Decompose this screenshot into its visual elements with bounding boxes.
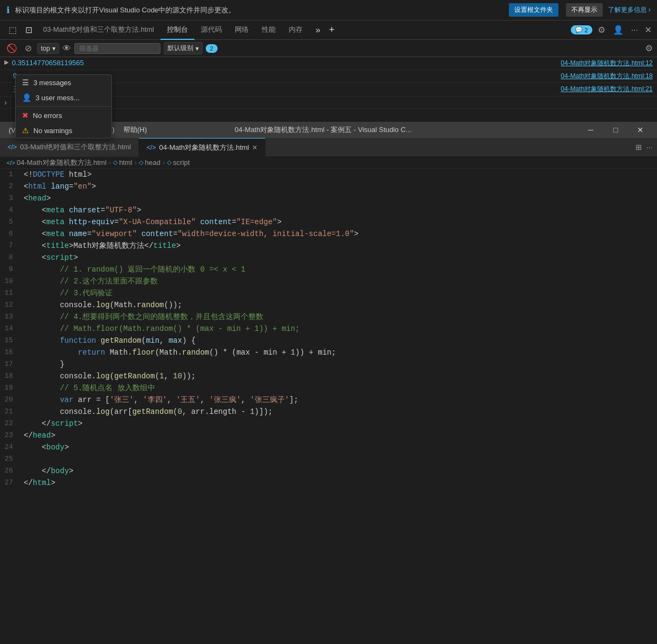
code-line: 27</html> bbox=[0, 477, 657, 489]
menu-help[interactable]: 帮助(H) bbox=[119, 122, 151, 138]
messages-icon: ☰ bbox=[22, 78, 29, 87]
line-content[interactable]: // 3.代码验证 bbox=[22, 287, 657, 299]
line-number: 15 bbox=[0, 335, 22, 347]
tab-memory[interactable]: 内存 bbox=[282, 20, 309, 40]
breadcrumb-html: html bbox=[119, 158, 132, 167]
line-content[interactable]: </html> bbox=[22, 477, 657, 489]
gear-icon[interactable]: ⚙ bbox=[598, 25, 605, 35]
bc-script[interactable]: ◇ script bbox=[167, 158, 190, 167]
line-number: 4 bbox=[0, 204, 22, 216]
tab-console[interactable]: 控制台 bbox=[160, 20, 194, 40]
more-tabs-button[interactable]: » bbox=[311, 23, 325, 37]
line-number: 22 bbox=[0, 418, 22, 430]
line-content[interactable]: </script> bbox=[22, 418, 657, 430]
line-content[interactable]: // Math.floor(Math.random() * (max - min… bbox=[22, 323, 657, 335]
console-toolbar: 🚫 ⊘ top ▾ 👁 默认级别 ▾ 2 ⚙ bbox=[0, 40, 657, 57]
line-content[interactable]: console.log(Math.random()); bbox=[22, 299, 657, 311]
code-line: 2<html lang="en"> bbox=[0, 181, 657, 192]
line-content[interactable]: <head> bbox=[22, 192, 657, 204]
add-tab-button[interactable]: + bbox=[325, 22, 339, 38]
file-title: 04-Math对象随机数方法.html - 案例五 - Visual Studi… bbox=[235, 125, 411, 135]
more-options-icon[interactable]: ··· bbox=[631, 25, 638, 35]
maximize-button[interactable]: □ bbox=[603, 122, 628, 138]
dropdown-item-messages[interactable]: ☰ 3 messages bbox=[16, 75, 111, 90]
bc-html[interactable]: ◇ html bbox=[113, 158, 132, 167]
dropdown-item-user-messages[interactable]: 👤 3 user mess... bbox=[16, 90, 111, 105]
window-controls: ─ □ ✕ bbox=[578, 122, 653, 138]
line-number: 14 bbox=[0, 323, 22, 335]
minimize-button[interactable]: ─ bbox=[578, 122, 603, 138]
line-content[interactable]: <script> bbox=[22, 252, 657, 264]
line-content[interactable]: console.log(arr[getRandom(0, arr.length … bbox=[22, 406, 657, 418]
info-text: 标识项目的根文件夹以打开Visual Studio Code中的源文件并同步更改… bbox=[15, 5, 504, 15]
line-content[interactable]: <meta charset="UTF-8"> bbox=[22, 204, 657, 216]
cursor-icon-button[interactable]: ⬚ bbox=[4, 23, 21, 37]
line-content[interactable]: <body> bbox=[22, 441, 657, 453]
message-link-3[interactable]: 04-Math对象随机数方法.html:21 bbox=[561, 85, 653, 94]
code-line: 9 // 1. random() 返回一个随机的小数 0 =< x < 1 bbox=[0, 264, 657, 275]
eye-icon[interactable]: 👁 bbox=[62, 44, 71, 53]
bc-head[interactable]: ◇ head bbox=[139, 158, 160, 167]
line-content[interactable]: <html lang="en"> bbox=[22, 181, 657, 192]
line-content[interactable]: function getRandom(min, max) { bbox=[22, 335, 657, 347]
dropdown-label-errors: No errors bbox=[33, 112, 62, 120]
split-editor-icon[interactable]: ⊞ bbox=[635, 143, 642, 151]
dropdown-item-warnings[interactable]: ⚠ No warnings bbox=[16, 123, 111, 138]
person-icon[interactable]: 👤 bbox=[613, 25, 624, 35]
line-number: 6 bbox=[0, 228, 22, 240]
filter-toggle-button[interactable]: ⊘ bbox=[23, 42, 34, 54]
log-level-selector[interactable]: 默认级别 ▾ bbox=[164, 42, 202, 54]
device-icon-button[interactable]: ⊡ bbox=[21, 23, 37, 37]
console-dropdown: ☰ 3 messages 👤 3 user mess... ✖ No error… bbox=[15, 74, 112, 139]
console-settings-icon[interactable]: ⚙ bbox=[645, 43, 653, 53]
code-line: 7 <title>Math对象随机数方法</title> bbox=[0, 240, 657, 252]
code-line: 26 </body> bbox=[0, 465, 657, 477]
line-content[interactable]: // 2.这个方法里面不跟参数 bbox=[22, 275, 657, 287]
filter-input[interactable] bbox=[74, 43, 160, 54]
code-editor: 1<!DOCTYPE html>2<html lang="en">3<head>… bbox=[0, 169, 657, 489]
message-link-2[interactable]: 04-Math对象随机数方法.html:18 bbox=[561, 72, 653, 81]
line-content[interactable]: // 4.想要得到两个数之间的随机整数，并且包含这两个整数 bbox=[22, 311, 657, 323]
tab-file-04[interactable]: </> 04-Math对象随机数方法.html ✕ bbox=[139, 138, 265, 157]
line-content[interactable]: </head> bbox=[22, 430, 657, 441]
close-devtools-icon[interactable]: ✕ bbox=[645, 25, 652, 35]
clear-console-button[interactable]: 🚫 bbox=[4, 42, 19, 54]
close-window-button[interactable]: ✕ bbox=[628, 122, 653, 138]
tab-file-03[interactable]: </> 03-Math绝对值和三个取整方法.html bbox=[0, 138, 139, 157]
line-content[interactable]: return Math.floor(Math.random() * (max -… bbox=[22, 347, 657, 358]
code-line: 24 <body> bbox=[0, 441, 657, 453]
more-tab-options-icon[interactable]: ··· bbox=[646, 143, 653, 151]
set-root-button[interactable]: 设置根文件夹 bbox=[509, 3, 558, 17]
code-line: 23</head> bbox=[0, 430, 657, 441]
tab-right-icons: ⊞ ··· bbox=[635, 143, 657, 151]
code-line: 11 // 3.代码验证 bbox=[0, 287, 657, 299]
tab-performance[interactable]: 性能 bbox=[255, 20, 282, 40]
line-content[interactable]: <!DOCTYPE html> bbox=[22, 169, 657, 181]
line-content[interactable]: // 1. random() 返回一个随机的小数 0 =< x < 1 bbox=[22, 264, 657, 275]
no-show-button[interactable]: 不再显示 bbox=[566, 3, 603, 17]
line-content[interactable]: } bbox=[22, 358, 657, 370]
context-selector[interactable]: top ▾ bbox=[37, 43, 59, 54]
message-link-1[interactable]: 04-Math对象随机数方法.html:12 bbox=[561, 59, 653, 68]
expand-more-icon[interactable]: › bbox=[4, 98, 7, 107]
bc-file[interactable]: </> 04-Math对象随机数方法.html bbox=[6, 158, 107, 168]
tab-network[interactable]: 网络 bbox=[228, 20, 255, 40]
tab-sources[interactable]: 源代码 bbox=[194, 20, 228, 40]
line-number: 16 bbox=[0, 347, 22, 358]
line-content[interactable]: console.log(getRandom(1, 10)); bbox=[22, 370, 657, 382]
line-content[interactable]: <title>Math对象随机数方法</title> bbox=[22, 240, 657, 252]
learn-more-button[interactable]: 了解更多信息 › bbox=[608, 5, 651, 15]
line-content[interactable]: <meta http-equiv="X-UA-Compatible" conte… bbox=[22, 216, 657, 228]
tab-elements[interactable]: 03-Math绝对值和三个取整方法.html bbox=[37, 20, 160, 40]
dropdown-item-errors[interactable]: ✖ No errors bbox=[16, 108, 111, 123]
line-content[interactable]: <meta name="viewport" content="width=dev… bbox=[22, 228, 657, 240]
breadcrumb-script-icon: ◇ bbox=[167, 159, 171, 166]
message-badge: 2 bbox=[206, 44, 218, 53]
close-tab-icon[interactable]: ✕ bbox=[252, 144, 257, 151]
line-content[interactable]: var arr = ['张三', '李四', '王五', '张三疯', '张三疯… bbox=[22, 394, 657, 406]
code-line: 21 console.log(arr[getRandom(0, arr.leng… bbox=[0, 406, 657, 418]
expand-arrow-icon[interactable]: ▶ bbox=[4, 59, 9, 66]
line-content[interactable]: </body> bbox=[22, 465, 657, 477]
line-number: 25 bbox=[0, 453, 22, 465]
line-content[interactable]: // 5.随机点名 放入数组中 bbox=[22, 382, 657, 394]
